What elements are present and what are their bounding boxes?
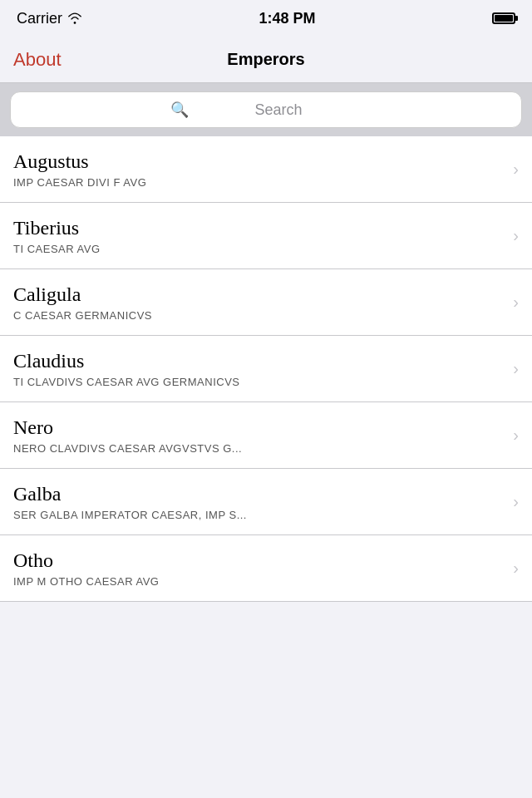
- list-item-content: Augustus IMP CAESAR DIVI F AVG: [13, 150, 506, 189]
- chevron-right-icon: ›: [513, 293, 519, 312]
- list-item[interactable]: Tiberius TI CAESAR AVG ›: [0, 203, 532, 269]
- chevron-right-icon: ›: [513, 559, 519, 578]
- back-button[interactable]: About: [13, 49, 62, 71]
- emperor-name: Augustus: [13, 150, 506, 173]
- emperor-name: Galba: [13, 483, 506, 505]
- emperor-latin: NERO CLAVDIVS CAESAR AVGVSTVS G...: [13, 442, 506, 455]
- list-item-content: Galba SER GALBA IMPERATOR CAESAR, IMP S.…: [13, 483, 506, 521]
- carrier-label: Carrier: [17, 10, 62, 27]
- status-time: 1:48 PM: [259, 10, 315, 27]
- list-item[interactable]: Claudius TI CLAVDIVS CAESAR AVG GERMANIC…: [0, 336, 532, 402]
- emperor-latin: TI CLAVDIVS CAESAR AVG GERMANICVS: [13, 376, 506, 388]
- list-item[interactable]: Caligula C CAESAR GERMANICVS ›: [0, 269, 532, 336]
- emperor-latin: TI CAESAR AVG: [13, 243, 506, 255]
- chevron-right-icon: ›: [513, 160, 519, 179]
- list-item[interactable]: Augustus IMP CAESAR DIVI F AVG ›: [0, 136, 532, 203]
- chevron-right-icon: ›: [513, 359, 519, 378]
- emperor-latin: IMP CAESAR DIVI F AVG: [13, 176, 506, 189]
- emperor-name: Caligula: [13, 283, 506, 306]
- emperor-name: Claudius: [13, 350, 506, 372]
- emperor-latin: C CAESAR GERMANICVS: [13, 309, 506, 322]
- battery-icon: [492, 12, 515, 24]
- status-bar: Carrier 1:48 PM: [0, 0, 532, 37]
- nav-title: Emperors: [227, 50, 304, 69]
- emperors-list: Augustus IMP CAESAR DIVI F AVG › Tiberiu…: [0, 136, 532, 602]
- emperor-name: Tiberius: [13, 217, 506, 239]
- emperor-name: Otho: [13, 549, 506, 572]
- search-container: 🔍: [0, 83, 532, 136]
- emperor-latin: IMP M OTHO CAESAR AVG: [13, 575, 506, 588]
- list-item-content: Nero NERO CLAVDIVS CAESAR AVGVSTVS G...: [13, 416, 506, 455]
- chevron-right-icon: ›: [513, 492, 519, 511]
- search-input[interactable]: [195, 101, 362, 119]
- list-item-content: Tiberius TI CAESAR AVG: [13, 217, 506, 255]
- list-item-content: Caligula C CAESAR GERMANICVS: [13, 283, 506, 322]
- nav-bar: About Emperors: [0, 37, 532, 83]
- chevron-right-icon: ›: [513, 426, 519, 445]
- list-item-content: Otho IMP M OTHO CAESAR AVG: [13, 549, 506, 588]
- chevron-right-icon: ›: [513, 226, 519, 245]
- search-icon: 🔍: [170, 101, 189, 119]
- list-item[interactable]: Nero NERO CLAVDIVS CAESAR AVGVSTVS G... …: [0, 402, 532, 469]
- list-item[interactable]: Galba SER GALBA IMPERATOR CAESAR, IMP S.…: [0, 469, 532, 535]
- search-bar: 🔍: [10, 91, 522, 128]
- carrier-text: Carrier: [17, 10, 82, 27]
- list-item-content: Claudius TI CLAVDIVS CAESAR AVG GERMANIC…: [13, 350, 506, 388]
- list-item[interactable]: Otho IMP M OTHO CAESAR AVG ›: [0, 535, 532, 602]
- wifi-icon: [67, 12, 82, 24]
- emperor-name: Nero: [13, 416, 506, 439]
- emperor-latin: SER GALBA IMPERATOR CAESAR, IMP S...: [13, 509, 506, 521]
